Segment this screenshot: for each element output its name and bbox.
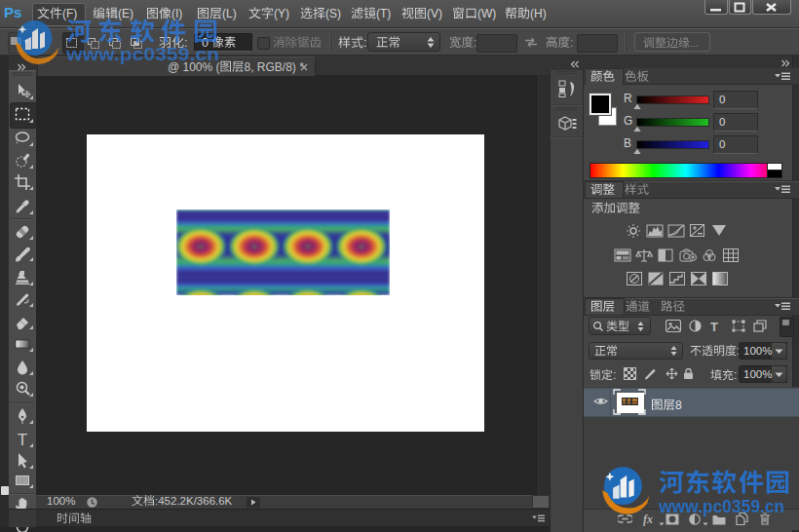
svg-text:100%: 100% (743, 345, 772, 357)
svg-text:R: R (624, 92, 632, 105)
svg-text:www.pc0359.cn: www.pc0359.cn (659, 496, 784, 516)
svg-text:(W): (W) (477, 7, 496, 20)
svg-text:0: 0 (719, 116, 725, 128)
svg-text:G: G (624, 114, 632, 128)
svg-text:B: B (624, 136, 631, 150)
svg-text:(T): (T) (376, 7, 391, 20)
svg-text::452.2K/366.6K: :452.2K/366.6K (155, 495, 233, 507)
svg-text:(S): (S) (325, 7, 341, 20)
svg-text:100%: 100% (47, 495, 75, 507)
svg-text:T: T (18, 431, 27, 449)
svg-text:(V): (V) (427, 7, 442, 20)
svg-text:T: T (710, 320, 718, 334)
svg-text:(H): (H) (530, 7, 547, 20)
svg-text:0: 0 (719, 94, 725, 105)
svg-text:www.pc0359.cn: www.pc0359.cn (66, 44, 219, 64)
svg-text:8, RGB/8) *: 8, RGB/8) * (245, 60, 305, 74)
svg-text:...: ... (690, 37, 699, 49)
svg-text::: : (570, 36, 573, 50)
svg-text:(Y): (Y) (274, 7, 289, 20)
svg-text:100%: 100% (743, 368, 772, 380)
svg-text:0: 0 (719, 138, 725, 150)
svg-text:8: 8 (675, 399, 682, 412)
svg-text::: : (734, 368, 737, 382)
svg-text::: : (613, 368, 616, 382)
